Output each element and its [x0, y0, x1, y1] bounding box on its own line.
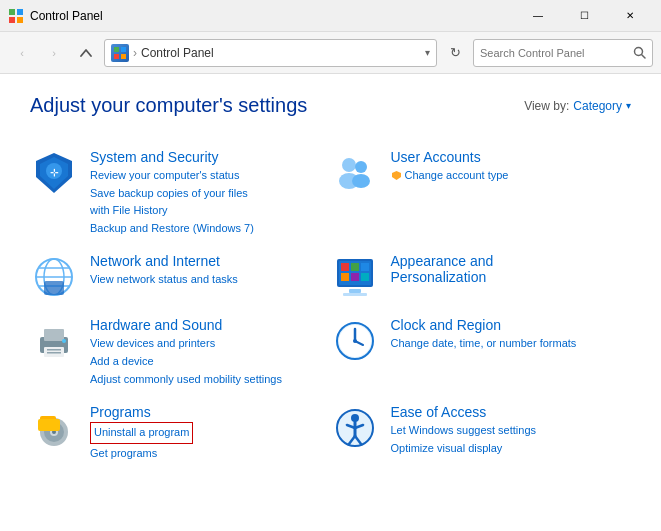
- svg-rect-36: [44, 329, 64, 341]
- search-input[interactable]: [480, 47, 633, 59]
- navbar: ‹ › › Control Panel ▾ ↻: [0, 32, 661, 74]
- system-link-1[interactable]: Review your computer's status: [90, 167, 331, 185]
- category-hardware: Hardware and Sound View devices and prin…: [30, 309, 331, 396]
- svg-marker-18: [392, 171, 401, 180]
- user-link-1[interactable]: Change account type: [405, 167, 509, 185]
- forward-button[interactable]: ›: [40, 39, 68, 67]
- network-content: Network and Internet View network status…: [90, 253, 331, 289]
- viewby-value[interactable]: Category: [573, 99, 622, 113]
- refresh-button[interactable]: ↻: [441, 39, 469, 67]
- hardware-link-3[interactable]: Adjust commonly used mobility settings: [90, 371, 331, 389]
- network-link-1[interactable]: View network status and tasks: [90, 271, 331, 289]
- network-title[interactable]: Network and Internet: [90, 253, 331, 269]
- ease-access-icon: [331, 404, 379, 452]
- app-icon: [8, 8, 24, 24]
- search-bar[interactable]: [473, 39, 653, 67]
- up-button[interactable]: [72, 39, 100, 67]
- window-title: Control Panel: [30, 9, 515, 23]
- address-bar[interactable]: › Control Panel ▾: [104, 39, 437, 67]
- user-accounts-content: User Accounts Change account type: [391, 149, 632, 185]
- svg-rect-24: [44, 281, 64, 295]
- svg-point-14: [342, 158, 356, 172]
- svg-point-16: [355, 161, 367, 173]
- programs-title[interactable]: Programs: [90, 404, 331, 420]
- category-system-security: ⊹ System and Security Review your comput…: [30, 141, 331, 245]
- svg-line-9: [642, 55, 646, 59]
- svg-rect-2: [9, 17, 15, 23]
- svg-rect-34: [343, 293, 367, 296]
- appearance-icon: [331, 253, 379, 301]
- ease-access-content: Ease of Access Let Windows suggest setti…: [391, 404, 632, 457]
- system-link-3[interactable]: Backup and Restore (Windows 7): [90, 220, 331, 238]
- ease-link-1[interactable]: Let Windows suggest settings: [391, 422, 632, 440]
- user-accounts-icon: [331, 149, 379, 197]
- close-button[interactable]: ✕: [607, 0, 653, 32]
- clock-content: Clock and Region Change date, time, or n…: [391, 317, 632, 353]
- clock-icon: [331, 317, 379, 365]
- svg-rect-6: [114, 54, 119, 59]
- titlebar: Control Panel — ☐ ✕: [0, 0, 661, 32]
- svg-point-45: [353, 339, 357, 343]
- svg-text:⊹: ⊹: [50, 167, 59, 178]
- viewby-label: View by:: [524, 99, 569, 113]
- appearance-title[interactable]: Appearance andPersonalization: [391, 253, 632, 285]
- programs-link-1[interactable]: Uninstall a program: [90, 422, 193, 444]
- system-security-icon: ⊹: [30, 149, 78, 197]
- programs-link-2[interactable]: Get programs: [90, 445, 331, 463]
- svg-rect-0: [9, 9, 15, 15]
- hardware-link-1[interactable]: View devices and printers: [90, 335, 331, 353]
- user-accounts-title[interactable]: User Accounts: [391, 149, 632, 165]
- category-programs: Programs Uninstall a program Get program…: [30, 396, 331, 470]
- network-icon: [30, 253, 78, 301]
- hardware-icon: [30, 317, 78, 365]
- search-icon: [633, 46, 646, 59]
- clock-link-1[interactable]: Change date, time, or number formats: [391, 335, 632, 353]
- clock-title[interactable]: Clock and Region: [391, 317, 632, 333]
- category-network: Network and Internet View network status…: [30, 245, 331, 309]
- system-security-title[interactable]: System and Security: [90, 149, 331, 165]
- programs-content: Programs Uninstall a program Get program…: [90, 404, 331, 462]
- hardware-content: Hardware and Sound View devices and prin…: [90, 317, 331, 388]
- svg-rect-3: [17, 17, 23, 23]
- category-user-accounts: User Accounts Change account type: [331, 141, 632, 245]
- minimize-button[interactable]: —: [515, 0, 561, 32]
- address-icon: [111, 44, 129, 62]
- maximize-button[interactable]: ☐: [561, 0, 607, 32]
- svg-rect-51: [38, 419, 60, 431]
- viewby-control: View by: Category ▾: [524, 99, 631, 113]
- back-button[interactable]: ‹: [8, 39, 36, 67]
- address-text: Control Panel: [141, 46, 421, 60]
- category-clock: Clock and Region Change date, time, or n…: [331, 309, 632, 396]
- svg-rect-32: [361, 273, 369, 281]
- categories-grid: ⊹ System and Security Review your comput…: [30, 141, 631, 470]
- programs-icon: [30, 404, 78, 452]
- system-security-content: System and Security Review your computer…: [90, 149, 331, 237]
- svg-rect-28: [351, 263, 359, 271]
- ease-link-2[interactable]: Optimize visual display: [391, 440, 632, 458]
- svg-rect-4: [114, 47, 119, 52]
- viewby-arrow: ▾: [626, 100, 631, 111]
- svg-rect-27: [341, 263, 349, 271]
- address-dropdown-arrow[interactable]: ▾: [425, 47, 430, 58]
- window-controls: — ☐ ✕: [515, 0, 653, 32]
- svg-rect-1: [17, 9, 23, 15]
- svg-rect-30: [341, 273, 349, 281]
- svg-rect-31: [351, 273, 359, 281]
- category-appearance: Appearance andPersonalization: [331, 245, 632, 309]
- svg-rect-38: [47, 349, 61, 351]
- svg-rect-29: [361, 263, 369, 271]
- category-ease-access: Ease of Access Let Windows suggest setti…: [331, 396, 632, 470]
- svg-point-40: [62, 339, 66, 343]
- page-header: Adjust your computer's settings View by:…: [30, 94, 631, 117]
- svg-rect-7: [121, 54, 126, 59]
- appearance-content: Appearance andPersonalization: [391, 253, 632, 287]
- hardware-title[interactable]: Hardware and Sound: [90, 317, 331, 333]
- svg-rect-5: [121, 47, 126, 52]
- svg-rect-39: [47, 352, 61, 354]
- hardware-link-2[interactable]: Add a device: [90, 353, 331, 371]
- shield-small-icon: [391, 170, 402, 181]
- address-separator: ›: [133, 46, 137, 60]
- system-link-2[interactable]: Save backup copies of your fileswith Fil…: [90, 185, 331, 220]
- page-title: Adjust your computer's settings: [30, 94, 307, 117]
- ease-access-title[interactable]: Ease of Access: [391, 404, 632, 420]
